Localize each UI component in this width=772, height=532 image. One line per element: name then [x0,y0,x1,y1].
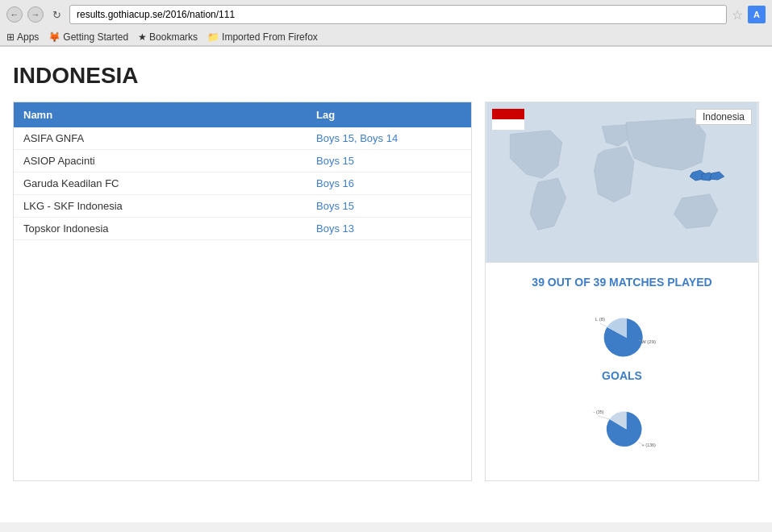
svg-line-3 [598,416,610,419]
team-lag: Boys 15 [316,200,461,212]
firefox-icon: 🦊 [48,31,61,43]
bookmark-star-icon[interactable]: ☆ [732,7,743,23]
loss-label: L (8) [595,317,605,322]
forward-button[interactable]: → [27,6,44,23]
table-row[interactable]: LKG - SKF Indonesia Boys 15 [14,195,471,218]
folder-icon: 📁 [207,31,219,43]
browser-toolbar: ← → ↻ ☆ A [0,0,772,29]
browser-chrome: ← → ↻ ☆ A ⊞ Apps 🦊 Getting Started ★ Boo… [0,0,772,47]
right-panel: Indonesia [485,102,759,481]
team-naam: LKG - SKF Indonesia [23,200,316,212]
bookmark-bookmarks-label: Bookmarks [149,31,198,43]
header-naam: Namn [23,109,316,121]
table-row[interactable]: ASIFA GNFA Boys 15, Boys 14 [14,127,471,150]
win-label: W (29) [641,339,656,344]
svg-line-1 [600,323,607,327]
flag-white [492,119,524,130]
page-title: INDONESIA [0,47,772,102]
goals-against-label: - (35) [594,409,604,414]
team-lag: Boys 16 [316,177,461,189]
header-lag: Lag [316,109,461,121]
matches-pie-section: L (8) W (29) [499,298,745,363]
bookmark-getting-started[interactable]: 🦊 Getting Started [48,31,128,43]
matches-title: 39 OUT OF 39 MATCHES PLAYED [499,276,745,289]
map-container: Indonesia [485,102,759,263]
bookmarks-bar: ⊞ Apps 🦊 Getting Started ★ Bookmarks 📁 I… [0,29,772,46]
goals-title: GOALS [499,369,745,382]
team-naam: ASIOP Apacinti [23,155,316,167]
table-row[interactable]: Topskor Indonesia Boys 13 [14,218,471,240]
goals-pie-section: - (35) + (136) [499,389,745,461]
team-lag: Boys 15, Boys 14 [316,132,461,144]
map-country-label: Indonesia [695,109,752,125]
team-naam: ASIFA GNFA [23,132,316,144]
teams-table: Namn Lag ASIFA GNFA Boys 15, Boys 14 ASI… [13,102,472,481]
team-lag: Boys 15 [316,155,461,167]
world-map [486,102,758,262]
indonesia-flag [492,109,524,130]
apps-icon: ⊞ [6,31,15,43]
bookmark-imported-label: Imported From Firefox [222,31,318,43]
team-naam: Garuda Keadilan FC [23,177,316,189]
goals-pie-container: - (35) + (136) [574,389,670,461]
bookmark-apps-label: Apps [17,31,39,43]
bookmark-bookmarks[interactable]: ★ Bookmarks [138,31,198,43]
star-icon: ★ [138,31,147,43]
matches-pie-chart: L (8) W (29) [574,298,670,363]
table-header: Namn Lag [14,102,471,127]
bookmark-getting-started-label: Getting Started [63,31,128,43]
address-bar[interactable] [69,5,727,24]
goals-for-label: + (136) [642,443,657,447]
table-row[interactable]: Garuda Keadilan FC Boys 16 [14,172,471,195]
main-content: Namn Lag ASIFA GNFA Boys 15, Boys 14 ASI… [0,102,772,494]
goals-pie-chart: - (35) + (136) [574,389,670,461]
matches-pie-container: L (8) W (29) [574,298,670,363]
team-lag: Boys 13 [316,222,461,235]
stats-container: 39 OUT OF 39 MATCHES PLAYED [485,263,759,481]
bookmark-apps[interactable]: ⊞ Apps [6,31,39,43]
bookmark-imported[interactable]: 📁 Imported From Firefox [207,31,318,43]
back-button[interactable]: ← [6,6,23,23]
refresh-button[interactable]: ↻ [48,6,65,23]
translate-button[interactable]: A [748,6,766,23]
team-naam: Topskor Indonesia [23,222,316,235]
table-row[interactable]: ASIOP Apacinti Boys 15 [14,150,471,172]
flag-red [492,109,524,119]
page: INDONESIA Namn Lag ASIFA GNFA Boys 15, B… [0,47,772,522]
